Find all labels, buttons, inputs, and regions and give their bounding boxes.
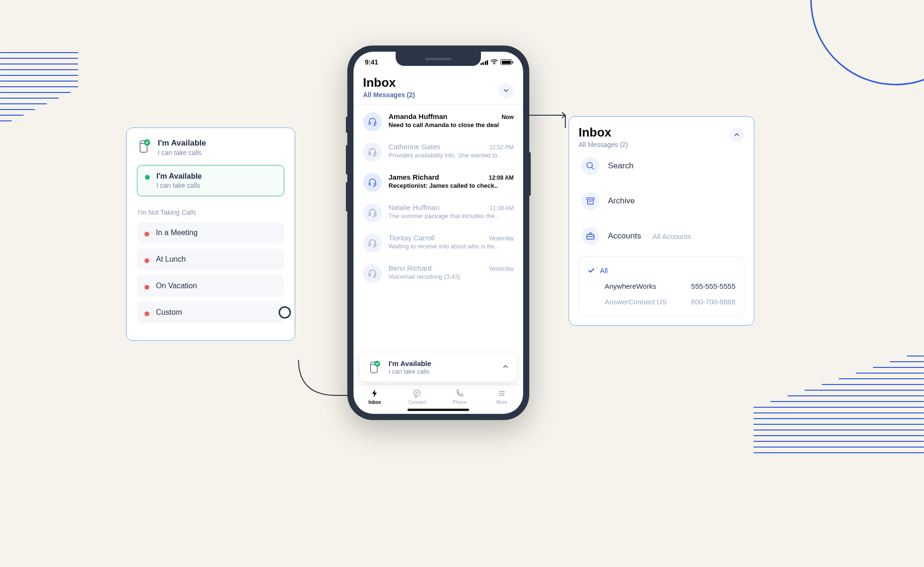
- phone-icon: [455, 389, 464, 398]
- availability-selected-subtitle: I can take calls: [156, 182, 202, 189]
- availability-status-card: I'm Available I can take calls I'm Avail…: [126, 128, 295, 341]
- svg-rect-6: [369, 153, 371, 155]
- message-preview: Need to call Amanda to close the deal: [389, 121, 514, 128]
- account-option[interactable]: AnswerConnect US 800-700-8888: [587, 294, 736, 310]
- phone-mockup: 9:41 Inbox All Messages (2): [347, 46, 529, 420]
- tab-bar: Inbox Connect Phone More: [353, 384, 523, 407]
- tab-label: Phone: [453, 400, 466, 405]
- message-item[interactable]: Catherine Gates12:52 PM Provided availab…: [353, 137, 523, 167]
- svg-rect-27: [587, 198, 594, 200]
- message-item[interactable]: Tiontay CarrollYesterday Waiting to rece…: [353, 228, 523, 258]
- message-sender: Benn Richard: [389, 264, 432, 272]
- menu-label: Accounts: [608, 231, 641, 241]
- svg-point-19: [414, 390, 420, 396]
- account-name: AnswerConnect US: [605, 298, 667, 306]
- availability-current: I'm Available I can take calls: [137, 138, 284, 156]
- phone-available-icon: [368, 361, 382, 375]
- app-header: Inbox All Messages (2): [353, 73, 523, 105]
- not-taking-calls-label: I'm Not Taking Calls: [138, 209, 283, 216]
- tab-inbox[interactable]: Inbox: [358, 389, 391, 405]
- menu-search[interactable]: Search: [579, 148, 744, 183]
- message-sender: Tiontay Carroll: [389, 234, 435, 242]
- message-time: 11:38 AM: [489, 205, 514, 211]
- headset-icon: [363, 112, 382, 131]
- account-option-all[interactable]: All: [587, 263, 736, 278]
- availability-option-in-meeting[interactable]: In a Meeting: [137, 222, 284, 244]
- page-subtitle: All Messages (2): [363, 91, 415, 99]
- message-preview: Voicemail recodring (3:43): [389, 273, 514, 280]
- tab-more[interactable]: More: [485, 389, 518, 405]
- account-label: All: [600, 266, 608, 274]
- svg-rect-5: [374, 122, 376, 125]
- inbox-card-subtitle: All Messages (2): [579, 141, 628, 148]
- signal-icon: [480, 60, 489, 65]
- headset-icon: [363, 143, 382, 162]
- svg-rect-8: [369, 183, 371, 185]
- phone-notch: [396, 52, 481, 66]
- account-option[interactable]: AnywhereWorks 555-555-5555: [587, 278, 736, 294]
- tab-connect[interactable]: Connect: [400, 389, 434, 405]
- message-preview: Waiting to receive info about who is fre…: [389, 243, 514, 250]
- headset-icon: [363, 173, 382, 192]
- message-item[interactable]: Natalie Huffman11:38 AM The summer packa…: [353, 198, 523, 228]
- message-time: 12:52 PM: [489, 144, 514, 151]
- svg-point-25: [587, 163, 593, 168]
- availability-banner-subtitle: I can take calls: [389, 368, 431, 375]
- availability-banner[interactable]: I'm Available I can take calls: [360, 353, 516, 382]
- search-icon: [581, 157, 599, 175]
- option-label: On Vacation: [156, 282, 197, 290]
- message-item[interactable]: Benn RichardYesterday Voicemail recodrin…: [353, 258, 523, 289]
- availability-option-on-vacation[interactable]: On Vacation: [137, 275, 284, 297]
- connector-line-right: [525, 111, 572, 130]
- accounts-list: All AnywhereWorks 555-555-5555 AnswerCon…: [579, 256, 744, 316]
- inbox-filter-toggle[interactable]: [498, 83, 514, 98]
- home-indicator: [408, 409, 469, 411]
- message-time: 12:08 AM: [489, 174, 514, 181]
- option-label: At Lunch: [156, 255, 186, 264]
- svg-line-26: [592, 167, 594, 170]
- menu-icon: [497, 389, 507, 398]
- headset-icon: [363, 264, 382, 283]
- tab-label: Connect: [408, 400, 426, 405]
- bolt-icon: [370, 389, 380, 398]
- account-number: 800-700-8888: [691, 298, 735, 306]
- menu-accounts[interactable]: Accounts All Accounts: [579, 219, 744, 254]
- status-dot-busy-icon: [145, 232, 149, 237]
- message-preview: The summer package that includes the..: [389, 212, 514, 219]
- check-icon: [588, 267, 595, 274]
- message-item[interactable]: Amanda HuffmanNow Need to call Amanda to…: [353, 107, 523, 137]
- availability-selected-title: I'm Available: [156, 172, 202, 181]
- decorative-circle: [810, 0, 924, 85]
- menu-archive[interactable]: Archive: [579, 183, 744, 219]
- message-time: Yesterday: [489, 235, 514, 242]
- message-item[interactable]: James Richard12:08 AM Receptionist: Jame…: [353, 167, 523, 198]
- menu-hint: All Accounts: [652, 232, 691, 240]
- callout-anchor-icon: [279, 306, 291, 319]
- menu-label: Search: [608, 161, 634, 171]
- briefcase-icon: [581, 227, 599, 245]
- inbox-collapse-button[interactable]: [729, 127, 744, 142]
- headset-icon: [363, 203, 382, 222]
- phone-screen: 9:41 Inbox All Messages (2): [353, 52, 523, 414]
- svg-rect-14: [369, 274, 371, 276]
- decorative-lines-right: [753, 356, 924, 458]
- account-number: 555-555-5555: [691, 282, 735, 290]
- option-label: In a Meeting: [156, 229, 198, 237]
- message-preview: Provided availability info. She wanted t…: [389, 152, 514, 159]
- chevron-up-icon: [502, 363, 509, 372]
- svg-rect-15: [374, 274, 376, 276]
- svg-point-3: [494, 64, 495, 64]
- tab-label: Inbox: [368, 400, 381, 405]
- message-sender: James Richard: [389, 173, 439, 181]
- wifi-icon: [490, 59, 498, 65]
- svg-rect-7: [374, 153, 376, 155]
- headset-icon: [363, 234, 382, 253]
- archive-icon: [581, 192, 599, 210]
- decorative-lines-left: [0, 52, 78, 126]
- status-dot-busy-icon: [145, 311, 149, 316]
- availability-option-custom[interactable]: Custom: [137, 302, 284, 323]
- availability-option-at-lunch[interactable]: At Lunch: [137, 248, 284, 270]
- message-list[interactable]: Amanda HuffmanNow Need to call Amanda to…: [353, 105, 523, 350]
- availability-option-available[interactable]: I'm Available I can take calls: [137, 165, 284, 196]
- tab-phone[interactable]: Phone: [443, 389, 476, 405]
